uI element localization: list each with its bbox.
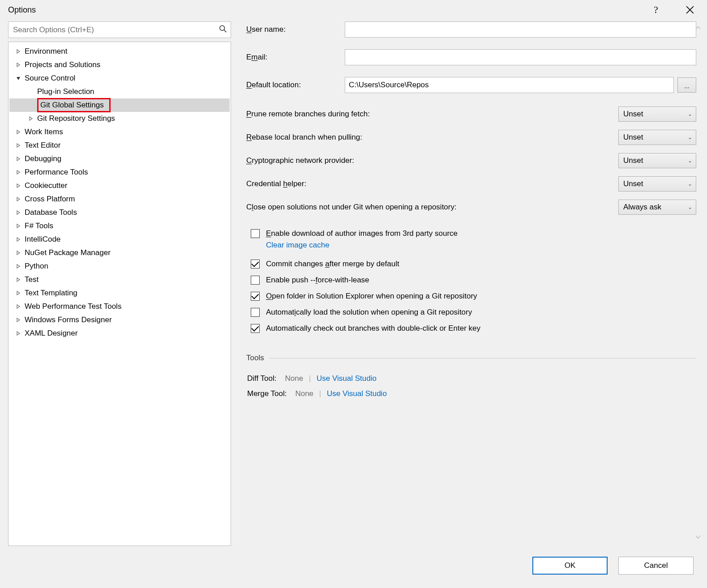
svg-line-3	[224, 30, 226, 32]
tree-item-label: NuGet Package Manager	[25, 248, 111, 257]
tree-item[interactable]: IntelliCode	[9, 233, 230, 246]
chevron-right-icon[interactable]	[15, 209, 22, 216]
tree-item[interactable]: Text Templating	[9, 286, 230, 300]
chevron-right-icon[interactable]	[15, 155, 22, 162]
tree-item-label: Web Performance Test Tools	[25, 302, 121, 311]
commit-after-merge-label: Commit changes after merge by default	[266, 260, 399, 268]
dialog-footer: OK Cancel	[0, 546, 707, 588]
chevron-right-icon[interactable]	[15, 222, 22, 230]
tree-item-label: Projects and Solutions	[25, 60, 100, 69]
merge-tool-value: None	[295, 389, 313, 398]
tree-item[interactable]: Performance Tools	[9, 166, 230, 179]
ellipsis-icon: ...	[684, 82, 690, 89]
tree-item[interactable]: Source Control	[9, 72, 230, 85]
rebase-label: Rebase local branch when pulling:	[246, 133, 618, 142]
crypto-dropdown[interactable]: Unset⌄	[618, 153, 696, 168]
search-input[interactable]	[9, 22, 231, 38]
merge-use-vs-link[interactable]: Use Visual Studio	[327, 389, 387, 398]
auto-load-checkbox[interactable]	[251, 308, 260, 317]
titlebar: Options ?	[0, 0, 707, 21]
chevron-down-icon: ⌄	[688, 158, 692, 164]
cancel-button[interactable]: Cancel	[618, 557, 694, 575]
tree-item[interactable]: NuGet Package Manager	[9, 246, 230, 260]
open-folder-checkbox[interactable]	[251, 292, 260, 301]
scroll-up-icon[interactable]	[695, 23, 701, 32]
chevron-right-icon[interactable]	[15, 249, 22, 256]
clear-image-cache-link[interactable]: Clear image cache	[266, 241, 330, 249]
options-dialog: Options ? EnvironmentProjects and Soluti…	[0, 0, 707, 588]
tree-item[interactable]: Python	[9, 260, 230, 273]
chevron-right-icon[interactable]	[15, 316, 22, 324]
settings-panel: User name: Email: Default location: ... …	[246, 21, 699, 546]
tree-item[interactable]: Git Repository Settings	[9, 112, 230, 125]
options-tree[interactable]: EnvironmentProjects and SolutionsSource …	[8, 42, 231, 546]
chevron-right-icon[interactable]	[15, 196, 22, 203]
chevron-right-icon[interactable]	[15, 330, 22, 337]
tree-item[interactable]: Web Performance Test Tools	[9, 300, 230, 313]
tree-item-label: Cross Platform	[25, 195, 75, 204]
chevron-right-icon[interactable]	[15, 290, 22, 297]
cred-dropdown[interactable]: Unset⌄	[618, 176, 696, 192]
diff-tool-value: None	[285, 374, 303, 383]
scroll-down-icon[interactable]	[695, 533, 701, 541]
tree-item-label: XAML Designer	[25, 329, 77, 338]
chevron-right-icon[interactable]	[15, 61, 22, 68]
diff-tool-row: Diff Tool: None | Use Visual Studio	[246, 374, 696, 383]
prune-dropdown[interactable]: Unset⌄	[618, 107, 696, 122]
chevron-right-icon[interactable]	[15, 263, 22, 270]
auto-checkout-checkbox[interactable]	[251, 324, 260, 333]
crypto-label: Cryptographic network provider:	[246, 156, 618, 165]
tree-item[interactable]: XAML Designer	[9, 327, 230, 340]
enable-download-label: Enable download of author images from 3r…	[266, 229, 458, 238]
chevron-down-icon[interactable]	[15, 75, 22, 82]
cred-label: Credential helper:	[246, 179, 618, 188]
tree-item[interactable]: Work Items	[9, 125, 230, 139]
chevron-right-icon[interactable]	[15, 276, 22, 283]
commit-after-merge-checkbox[interactable]	[251, 260, 260, 268]
chevron-right-icon[interactable]	[15, 236, 22, 243]
chevron-right-icon[interactable]	[15, 142, 22, 149]
search-icon	[219, 25, 227, 35]
chevron-right-icon[interactable]	[15, 128, 22, 136]
chevron-right-icon[interactable]	[15, 182, 22, 189]
chevron-right-icon[interactable]	[15, 169, 22, 176]
chevron-right-icon[interactable]	[15, 48, 22, 55]
merge-tool-row: Merge Tool: None | Use Visual Studio	[246, 389, 696, 398]
tree-item[interactable]: Test	[9, 273, 230, 286]
diff-use-vs-link[interactable]: Use Visual Studio	[317, 374, 377, 383]
svg-point-2	[220, 26, 225, 30]
help-icon: ?	[654, 4, 658, 16]
ok-button[interactable]: OK	[532, 557, 608, 575]
rebase-dropdown[interactable]: Unset⌄	[618, 130, 696, 145]
tree-item[interactable]: Debugging	[9, 152, 230, 166]
enable-download-checkbox[interactable]	[251, 229, 260, 238]
close-solutions-dropdown[interactable]: Always ask⌄	[618, 200, 696, 215]
help-button[interactable]: ?	[647, 3, 665, 17]
chevron-right-icon[interactable]	[27, 115, 34, 122]
dialog-title: Options	[8, 5, 36, 15]
tree-item[interactable]: F# Tools	[9, 219, 230, 233]
tree-item-label: Windows Forms Designer	[25, 315, 112, 324]
close-button[interactable]	[681, 3, 699, 17]
tree-item[interactable]: Cookiecutter	[9, 179, 230, 192]
default-location-input[interactable]	[345, 77, 674, 93]
browse-button[interactable]: ...	[677, 77, 696, 93]
force-lease-label: Enable push --force-with-lease	[266, 276, 369, 285]
chevron-right-icon[interactable]	[15, 303, 22, 310]
tree-item[interactable]: Plug-in Selection	[9, 85, 230, 98]
username-input[interactable]	[345, 21, 696, 38]
tree-item[interactable]: Cross Platform	[9, 192, 230, 206]
tree-item-label: Git Repository Settings	[37, 114, 115, 123]
tree-item[interactable]: Environment	[9, 45, 230, 58]
tree-item[interactable]: Projects and Solutions	[9, 58, 230, 72]
force-lease-checkbox[interactable]	[251, 276, 260, 285]
chevron-down-icon: ⌄	[688, 111, 692, 117]
search-box[interactable]	[8, 21, 231, 38]
tree-item[interactable]: Database Tools	[9, 206, 230, 219]
tree-item[interactable]: Git Global Settings	[9, 98, 230, 112]
tree-item-label: Database Tools	[25, 208, 77, 217]
tree-item-label: Debugging	[25, 154, 61, 163]
email-input[interactable]	[345, 49, 696, 65]
tree-item[interactable]: Text Editor	[9, 139, 230, 152]
tree-item[interactable]: Windows Forms Designer	[9, 313, 230, 327]
